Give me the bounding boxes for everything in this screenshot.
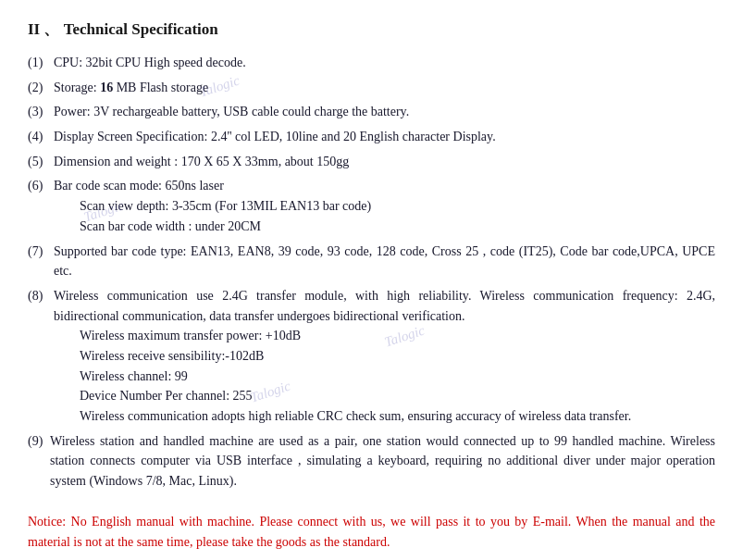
notice-section: Notice: No English manual with machine. … xyxy=(28,512,715,554)
sub-detail-6a: Scan view depth: 3-35cm (For 13MIL EAN13… xyxy=(80,196,715,217)
item-num-3: (3) xyxy=(28,102,54,122)
item-content-8: Wireless communication use 2.4G transfer… xyxy=(54,286,715,427)
item-content-2: Storage: 16 MB Flash storage xyxy=(54,78,715,98)
page-wrapper: Talogic Talogic Talogic Talogic II 、 Tec… xyxy=(28,19,715,554)
sub-detail-8d: Device Number Per channel: 255 xyxy=(80,386,715,406)
item-num-9: (9) xyxy=(28,431,50,452)
item-content-6: Bar code scan mode: 650ns laser Scan vie… xyxy=(54,176,715,236)
item-num-6: (6) xyxy=(28,176,54,196)
bold-text: 16 xyxy=(100,81,113,94)
item-content-1: CPU: 32bit CPU High speed decode. xyxy=(54,53,715,73)
sub-detail-8c: Wireless channel: 99 xyxy=(80,367,715,387)
sub-detail-8e: Wireless communication adopts high relia… xyxy=(80,406,715,427)
item-num-7: (7) xyxy=(28,242,54,262)
item-content-4: Display Screen Specification: 2.4'' col … xyxy=(54,127,715,147)
list-item: (2) Storage: 16 MB Flash storage xyxy=(28,78,715,98)
item-content-9: Wireless station and handled machine are… xyxy=(50,431,715,492)
list-item: (6) Bar code scan mode: 650ns laser Scan… xyxy=(28,176,715,236)
list-item: (1) CPU: 32bit CPU High speed decode. xyxy=(28,53,715,73)
item-num-1: (1) xyxy=(28,53,54,73)
item-num-5: (5) xyxy=(28,152,54,172)
spec-list: (1) CPU: 32bit CPU High speed decode. (2… xyxy=(28,53,715,492)
item-content-7: Supported bar code type: EAN13, EAN8, 39… xyxy=(54,242,715,281)
list-item: (3) Power: 3V rechargeable battery, USB … xyxy=(28,102,715,122)
list-item: (7) Supported bar code type: EAN13, EAN8… xyxy=(28,242,715,281)
main-content: II 、 Technical Specification (1) CPU: 32… xyxy=(28,19,715,554)
item-num-4: (4) xyxy=(28,127,54,147)
list-item: (9) Wireless station and handled machine… xyxy=(28,431,715,492)
sub-detail-8b: Wireless receive sensibility:-102dB xyxy=(80,346,715,367)
notice-text: Notice: No English manual with machine. … xyxy=(28,515,715,549)
sub-detail-6b: Scan bar code width : under 20CM xyxy=(80,217,715,237)
section-title: II 、 Technical Specification xyxy=(28,19,715,40)
item-content-5: Dimension and weight : 170 X 65 X 33mm, … xyxy=(54,152,715,172)
list-item: (4) Display Screen Specification: 2.4'' … xyxy=(28,127,715,147)
list-item: (5) Dimension and weight : 170 X 65 X 33… xyxy=(28,152,715,172)
sub-detail-8a: Wireless maximum transfer power: +10dB xyxy=(80,326,715,346)
list-item: (8) Wireless communication use 2.4G tran… xyxy=(28,286,715,427)
item-content-3: Power: 3V rechargeable battery, USB cabl… xyxy=(54,102,715,122)
item-num-8: (8) xyxy=(28,286,54,306)
item-num-2: (2) xyxy=(28,78,54,98)
